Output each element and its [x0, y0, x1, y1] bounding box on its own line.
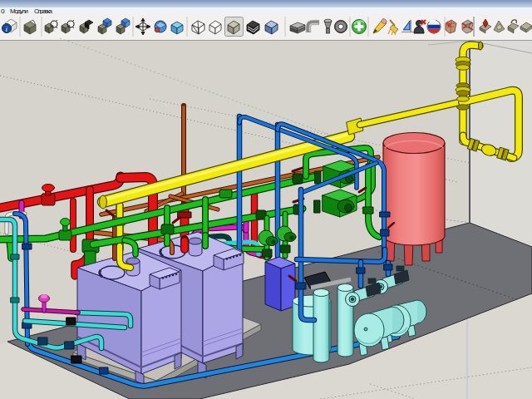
svg-text:о: о [1, 7, 5, 15]
svg-text:Справка: Справка [34, 7, 53, 15]
svg-text:Модули: Модули [10, 7, 28, 15]
